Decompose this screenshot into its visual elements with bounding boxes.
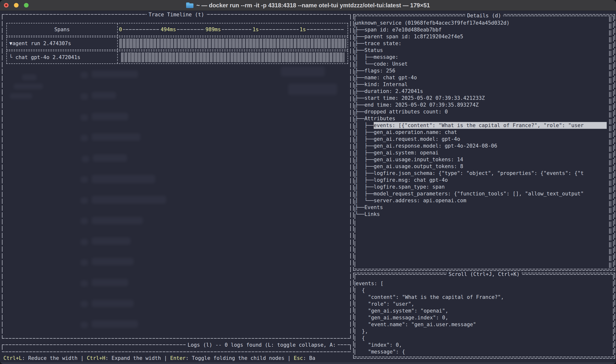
tree-guides: ├──: [355, 26, 364, 33]
statusbar-hint: : Toggle folding the child nodes: [186, 355, 285, 362]
statusbar-separator: |: [285, 355, 294, 362]
tree-line[interactable]: │ ├──logfire.msg: chat gpt-4o: [355, 177, 607, 183]
details-tree[interactable]: unknown_service (01968fefb4acec3f9fef17e…: [353, 14, 615, 218]
window-bottom-edge: [0, 362, 616, 364]
tree-node-text: gen_ai.system: openai: [374, 149, 439, 156]
tree-line[interactable]: │ ├──logfire.span_type: span: [355, 183, 607, 190]
tree-node-text: Attributes: [364, 115, 395, 122]
tree-line[interactable]: ├──parent span id: 1c8f219204e2f4e5: [355, 33, 607, 40]
statusbar-separator: |: [161, 355, 170, 362]
tree-line[interactable]: └──Links: [355, 211, 607, 218]
tree-node-text: logfire.span_type: span: [374, 183, 445, 190]
json-line: events: [: [356, 280, 609, 287]
tree-guides: ├──: [355, 102, 364, 108]
json-line: {: [356, 335, 609, 341]
panel-border: [355, 357, 614, 357]
tree-line[interactable]: ├──Attributes: [355, 115, 607, 122]
folder-icon: [186, 2, 193, 8]
tree-guides: ├──: [355, 67, 364, 74]
panel-border: [2, 344, 2, 352]
tree-line[interactable]: │ ├──gen_ai.usage.output_tokens: 8: [355, 163, 607, 170]
tree-line[interactable]: ├──name: chat gpt-4o: [355, 74, 607, 81]
tree-guides: │ ├──: [355, 183, 374, 190]
tree-guides: │ ├──: [355, 170, 374, 177]
tree-node-text: trace state:: [364, 40, 402, 47]
panel-border: [353, 358, 615, 359]
span-duration-cell: [118, 37, 348, 50]
tree-guides: │ └──: [355, 197, 374, 204]
tree-line[interactable]: │ ├──gen_ai.response.model: gpt-4o-2024-…: [355, 143, 607, 149]
tree-line[interactable]: ├──kind: Internal: [355, 81, 607, 88]
spans-column-header: Spans: [7, 23, 118, 36]
tree-guides: │ ├──: [355, 163, 374, 170]
tree-guides: └──: [355, 211, 364, 218]
attribute-scroll-panel: Scroll (Ctrl+J, Ctrl+K) events: [ { "con…: [353, 273, 615, 359]
statusbar-hint: : Reduce the width: [22, 355, 78, 362]
json-line: "role": "user",: [356, 300, 609, 307]
tree-line[interactable]: │ ├──gen_ai.operation.name: chat: [355, 129, 607, 136]
statusbar-hint: : Expand the width: [105, 355, 161, 362]
tree-node-text: gen_ai.request.model: gpt-4o: [374, 136, 460, 143]
spans-table[interactable]: Spans0494ms989ms1s1s▼agent run 2.474307s…: [6, 23, 348, 65]
tree-line[interactable]: │ ├──events: [{"content": "What is the c…: [355, 122, 607, 129]
tree-line[interactable]: ├──start time: 2025-05-02 07:39:33.42123…: [355, 95, 607, 102]
tree-node-selected: events: [{"content": "What is the capita…: [374, 122, 607, 129]
details-panel-title: Details (d): [465, 13, 503, 19]
trace-panel-title: Trace Timeline (t): [147, 12, 206, 18]
tree-node-text: Events: [364, 204, 383, 211]
tree-line[interactable]: ├──Events: [355, 204, 607, 211]
tree-node-text: gen_ai.operation.name: chat: [374, 129, 457, 136]
tree-line[interactable]: ├──duration: 2.472041s: [355, 88, 607, 95]
tree-node-text: Links: [364, 211, 380, 218]
tree-line[interactable]: ├──trace state:: [355, 40, 607, 47]
details-scrollbar[interactable]: [611, 17, 611, 268]
tree-node-text: gen_ai.usage.output_tokens: 8: [374, 163, 463, 170]
panel-border: [355, 269, 614, 269]
span-row[interactable]: └ chat gpt-4o 2.472041s: [6, 51, 348, 64]
tree-line[interactable]: ├──flags: 256: [355, 67, 607, 74]
span-duration-bar: [119, 39, 347, 48]
span-label: └ chat gpt-4o 2.472041s: [7, 51, 118, 64]
tree-node-text: server.address: api.openai.com: [374, 197, 466, 204]
tree-guides: ├──: [355, 33, 364, 40]
timeline-axis-line: [119, 29, 344, 30]
tree-line[interactable]: │ ├──gen_ai.system: openai: [355, 149, 607, 156]
tree-guides: ├──: [355, 81, 364, 88]
terminal-content: Trace Timeline (t) Spans0494ms989ms1s1s▼…: [0, 11, 616, 364]
tree-line[interactable]: ├──span id: e7e10d488eab7bbf: [355, 26, 607, 33]
tree-guides: ├──: [355, 88, 364, 95]
tree-node-text: start time: 2025-05-02 07:39:33.421233Z: [364, 95, 485, 102]
tree-node-text: Status: [364, 47, 383, 54]
tree-guides: │ ├──: [355, 54, 374, 61]
tree-guides: ├──: [355, 204, 364, 211]
tree-line[interactable]: │ ├──logfire.json_schema: {"type": "obje…: [355, 170, 607, 177]
tree-node-text: kind: Internal: [364, 81, 408, 88]
tree-line[interactable]: ├──end time: 2025-05-02 07:39:35.893274Z: [355, 102, 607, 108]
tree-node-text: logfire.msg: chat gpt-4o: [374, 177, 448, 183]
tree-node-text: dropped attributes count: 0: [364, 108, 448, 115]
axis-tick-label: 1s: [252, 26, 260, 32]
minimize-button[interactable]: [14, 3, 19, 8]
tree-line[interactable]: │ ├──message:: [355, 54, 607, 61]
tree-line[interactable]: │ ├──gen_ai.usage.input_tokens: 14: [355, 156, 607, 163]
close-button[interactable]: [4, 3, 9, 8]
tree-node-text: gen_ai.response.model: gpt-4o-2024-08-06: [374, 143, 497, 149]
tree-line[interactable]: unknown_service (01968fefb4acec3f9fef17e…: [355, 20, 607, 26]
json-line: "event.name": "gen_ai.user.message": [356, 321, 609, 328]
tree-line[interactable]: │ ├──model_request_parameters: {"functio…: [355, 190, 607, 197]
panel-border: [350, 344, 351, 352]
details-panel: Details (d) unknown_service (01968fefb4a…: [353, 14, 615, 271]
tree-node-text: name: chat gpt-4o: [364, 74, 417, 81]
tree-line[interactable]: │ ├──gen_ai.request.model: gpt-4o: [355, 136, 607, 143]
tree-line[interactable]: ├──Status: [355, 47, 607, 54]
span-row[interactable]: ▼agent run 2.474307s: [6, 37, 348, 50]
tree-line[interactable]: ├──dropped attributes count: 0: [355, 108, 607, 115]
span-duration-bar: [121, 52, 345, 62]
logs-panel[interactable]: Logs (l) -- 0 logs found (L: toggle coll…: [2, 344, 351, 352]
timeline-axis: 0494ms989ms1s1s: [118, 23, 348, 36]
tree-line[interactable]: │ └──code: Unset: [355, 61, 607, 67]
tree-guides: │ ├──: [355, 149, 374, 156]
tree-line[interactable]: │ └──server.address: api.openai.com: [355, 197, 607, 204]
attribute-json-view[interactable]: events: [ { "content": "What is the capi…: [353, 273, 615, 355]
maximize-button[interactable]: [24, 3, 28, 8]
